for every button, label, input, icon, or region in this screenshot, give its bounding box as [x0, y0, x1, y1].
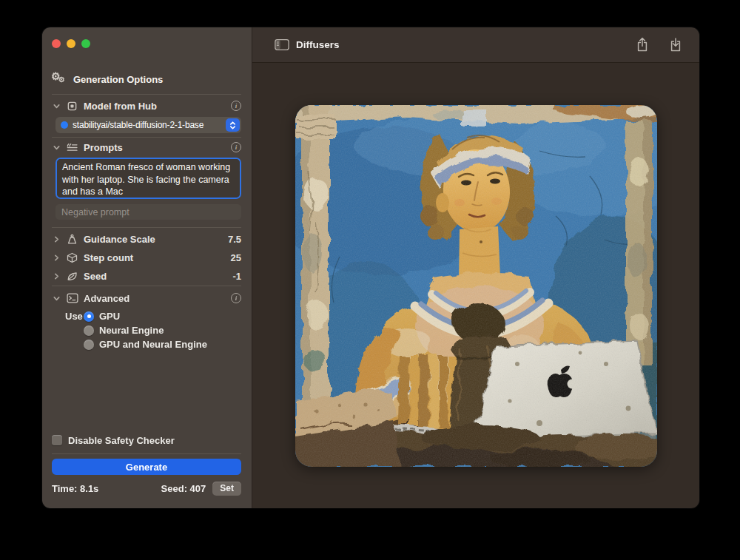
- generated-image[interactable]: [295, 105, 657, 467]
- prompts-label: Prompts: [84, 142, 123, 153]
- chevron-down-icon[interactable]: [52, 294, 61, 303]
- cube-icon: [66, 252, 78, 263]
- sidebar-title: Generation Options: [73, 74, 163, 85]
- radio-gpu-and-neural-engine[interactable]: [84, 340, 94, 350]
- close-button[interactable]: [52, 39, 61, 48]
- section-model-from-hub[interactable]: Model from Hub i: [52, 96, 241, 115]
- model-status-dot: [61, 121, 68, 129]
- section-step-count[interactable]: Step count 25: [52, 249, 241, 267]
- up-down-chevrons-icon[interactable]: [226, 118, 240, 132]
- section-seed[interactable]: Seed -1: [52, 267, 241, 286]
- gears-icon: ⚙⚙: [52, 72, 67, 86]
- compute-unit-group: Use GPU Neural Engine GPU and Neural Eng…: [65, 309, 241, 351]
- chevron-down-icon[interactable]: [52, 144, 61, 152]
- text-quote-icon: [66, 142, 78, 153]
- section-guidance-scale[interactable]: Guidance Scale 7.5: [52, 230, 241, 249]
- leaf-icon: [66, 271, 78, 282]
- divider: [52, 94, 241, 95]
- share-icon[interactable]: [635, 37, 650, 53]
- cpu-icon: [66, 101, 78, 112]
- sidebar-toggle-icon[interactable]: [275, 37, 289, 53]
- radio-gpu-and-neural-engine-label: GPU and Neural Engine: [99, 339, 207, 350]
- divider: [52, 227, 241, 228]
- time-status: Time: 8.1s: [52, 483, 98, 494]
- set-seed-button[interactable]: Set: [212, 482, 241, 496]
- zoom-button[interactable]: [81, 39, 90, 48]
- status-bar: Time: 8.1s Seed: 407 Set: [52, 482, 241, 496]
- seed-value: -1: [232, 271, 241, 282]
- section-advanced[interactable]: Advanced i: [52, 289, 241, 308]
- divider: [52, 453, 241, 454]
- disable-safety-checker-checkbox[interactable]: [52, 435, 62, 445]
- traffic-lights: [52, 39, 241, 48]
- step-count-label: Step count: [84, 252, 133, 263]
- radio-neural-engine-label: Neural Engine: [99, 325, 164, 336]
- generate-button[interactable]: Generate: [52, 459, 241, 475]
- info-icon[interactable]: i: [231, 142, 241, 152]
- info-icon[interactable]: i: [231, 101, 241, 111]
- chevron-right-icon[interactable]: [52, 254, 61, 262]
- minimize-button[interactable]: [67, 39, 75, 48]
- main-area: Diffusers: [252, 27, 699, 508]
- titlebar: Diffusers: [252, 27, 699, 63]
- guidance-value: 7.5: [228, 234, 241, 245]
- seed-status: Seed: 407: [161, 483, 206, 494]
- guidance-label: Guidance Scale: [84, 234, 155, 245]
- chevron-right-icon[interactable]: [52, 235, 61, 243]
- image-canvas: [252, 63, 699, 508]
- weight-scale-icon: [66, 234, 78, 245]
- use-label: Use: [65, 311, 84, 322]
- prompt-input[interactable]: Ancient Roman fresco of woman working wi…: [56, 158, 241, 199]
- fresco-illustration: [295, 105, 657, 467]
- radio-gpu-label: GPU: [99, 311, 120, 322]
- download-icon[interactable]: [668, 37, 683, 53]
- model-dropdown-value: stabilityai/stable-diffusion-2-1-base: [73, 120, 226, 130]
- app-window: ⚙⚙ Generation Options Model from Hub i s…: [42, 27, 699, 508]
- seed-label: Seed: [84, 271, 107, 282]
- info-icon[interactable]: i: [231, 293, 241, 303]
- terminal-icon: [66, 293, 78, 303]
- advanced-label: Advanced: [84, 293, 130, 304]
- window-title: Diffusers: [296, 39, 340, 50]
- disable-safety-checker-label: Disable Safety Checker: [68, 435, 175, 446]
- safety-checker-row: Disable Safety Checker: [52, 434, 241, 447]
- divider: [52, 286, 241, 286]
- step-count-value: 25: [231, 252, 241, 263]
- negative-prompt-input[interactable]: [56, 204, 241, 220]
- radio-gpu[interactable]: [84, 311, 94, 322]
- chevron-right-icon[interactable]: [52, 272, 61, 280]
- chevron-down-icon[interactable]: [52, 102, 61, 110]
- sidebar: ⚙⚙ Generation Options Model from Hub i s…: [42, 27, 252, 508]
- radio-neural-engine[interactable]: [84, 325, 94, 336]
- model-label: Model from Hub: [84, 101, 157, 112]
- sidebar-header: ⚙⚙ Generation Options: [52, 72, 241, 86]
- model-dropdown[interactable]: stabilityai/stable-diffusion-2-1-base: [56, 117, 241, 133]
- section-prompts[interactable]: Prompts i: [52, 138, 241, 157]
